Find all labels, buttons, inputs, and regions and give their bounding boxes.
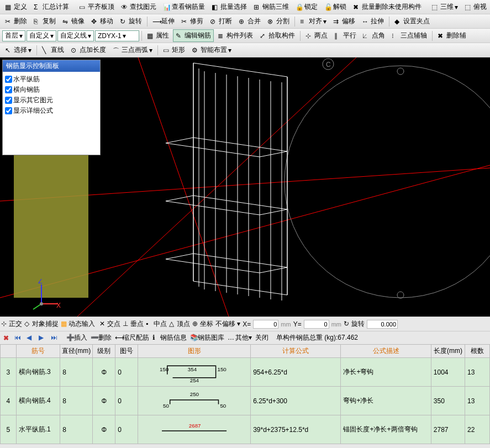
point-angle-button[interactable]: ⟀点角 bbox=[360, 29, 388, 42]
col-drawing[interactable]: 图号 bbox=[115, 345, 138, 358]
viewport-3d[interactable]: 钢筋显示控制面板 水平纵筋 横向钢筋 显示其它图元 显示详细公式 C bbox=[0, 57, 490, 317]
rotate-status-button[interactable]: ↻旋转 bbox=[344, 319, 365, 329]
parallel-button[interactable]: ∥平行 bbox=[331, 29, 359, 42]
col-count[interactable]: 根数 bbox=[465, 345, 490, 358]
x-label: X= bbox=[243, 320, 251, 328]
osnap-button[interactable]: ◇对象捕捉 bbox=[24, 319, 59, 329]
offset-button[interactable]: ⇉偏移 bbox=[330, 15, 358, 28]
merge-button[interactable]: ⊕合并 bbox=[236, 15, 264, 28]
close-table-button[interactable]: ✖ bbox=[3, 334, 11, 342]
set-grip-button[interactable]: ◆设置夹点 bbox=[392, 15, 433, 28]
three-point-arc-button[interactable]: ⌒三点画弧▾ bbox=[110, 44, 155, 56]
copy-button[interactable]: ⎘复制 bbox=[31, 15, 59, 28]
vertex-button[interactable]: △顶点 bbox=[169, 319, 190, 329]
rebar-3d-button[interactable]: ⊞钢筋三维 bbox=[251, 1, 292, 13]
mid-button[interactable]: ▪中点 bbox=[146, 319, 167, 329]
svg-text:2687: 2687 bbox=[189, 423, 201, 429]
code-select[interactable]: ZDYX-1 ▾ bbox=[95, 30, 139, 41]
y-label: Y= bbox=[293, 320, 302, 328]
insert-row-button[interactable]: ➕插入 bbox=[66, 333, 87, 342]
point-length-button[interactable]: ⊙点加长度 bbox=[68, 44, 109, 56]
rebar-info-button[interactable]: ℹ钢筋信息 bbox=[152, 333, 187, 342]
svg-text:X: X bbox=[56, 302, 61, 309]
edit-rebar-button[interactable]: ✎编辑钢筋 bbox=[173, 29, 214, 42]
align-button[interactable]: ≡对齐▾ bbox=[297, 15, 329, 28]
col-rebar-id[interactable]: 筋号 bbox=[16, 345, 60, 358]
rotate-button[interactable]: ↻旋转 bbox=[117, 15, 145, 28]
pick-component-button[interactable]: ⤢拾取构件 bbox=[257, 29, 298, 42]
delete-row-button[interactable]: ➖删除 bbox=[91, 333, 112, 342]
view-rebar-button[interactable]: 📊查看钢筋量 bbox=[160, 1, 208, 13]
smart-layout-button[interactable]: ⚙智能布置▾ bbox=[189, 44, 234, 56]
custom-select[interactable]: 自定义 ▾ bbox=[27, 30, 56, 41]
first-record-button[interactable]: ⏮ bbox=[14, 334, 23, 342]
split-button[interactable]: ⊗分割 bbox=[265, 15, 292, 28]
summary-calc-button[interactable]: Σ汇总计算 bbox=[31, 1, 72, 13]
rect-button[interactable]: ▭矩形 bbox=[160, 44, 188, 56]
batch-delete-button[interactable]: ✖批量删除未使用构件 bbox=[350, 1, 424, 13]
svg-text:C: C bbox=[326, 61, 331, 68]
view-3d-button[interactable]: ⬚三维▾ bbox=[429, 1, 461, 13]
lock-button[interactable]: 🔒锁定 bbox=[293, 1, 320, 13]
x-input[interactable] bbox=[253, 320, 278, 329]
properties-button[interactable]: ▦属性 bbox=[144, 29, 172, 42]
select-button[interactable]: ↖选择▾ bbox=[2, 44, 34, 56]
line-button[interactable]: ╲直线 bbox=[39, 44, 67, 56]
other-button[interactable]: …其他▾ bbox=[228, 333, 252, 342]
table-row[interactable]: 4 横向钢筋.4 8 Φ 0 250 50 50 6.25*d+300 弯钩+净… bbox=[1, 387, 490, 415]
col-formula[interactable]: 计算公式 bbox=[251, 345, 341, 358]
rotate-input[interactable] bbox=[367, 320, 398, 329]
col-formula-desc[interactable]: 公式描述 bbox=[341, 345, 431, 358]
table-row[interactable]: 5 水平纵筋.1 8 Φ 0 2687 39*d+2375+12.5*d 锚固长… bbox=[1, 415, 490, 444]
top-view-button[interactable]: ⬚俯视 bbox=[462, 1, 489, 13]
last-record-button[interactable]: ⏭ bbox=[51, 334, 60, 342]
y-input[interactable] bbox=[304, 320, 329, 329]
coord-button[interactable]: ⊕坐标 bbox=[192, 319, 213, 329]
component-list-button[interactable]: ≣构件列表 bbox=[215, 29, 256, 42]
delete-aux-button[interactable]: ✖删除辅 bbox=[435, 29, 469, 42]
floor-select[interactable]: 首层 ▾ bbox=[2, 30, 25, 41]
panel-item-2[interactable]: 显示其它图元 bbox=[5, 95, 98, 106]
two-point-button[interactable]: ⊹两点 bbox=[303, 29, 330, 42]
panel-item-1[interactable]: 横向钢筋 bbox=[5, 85, 98, 95]
rebar-library-button[interactable]: 📚钢筋图库 bbox=[190, 333, 224, 342]
panel-item-0[interactable]: 水平纵筋 bbox=[5, 74, 98, 85]
define-button[interactable]: ▦定义 bbox=[2, 1, 30, 13]
offset-mode-select[interactable]: 不偏移 ▾ bbox=[215, 319, 240, 329]
svg-point-6 bbox=[284, 66, 490, 298]
unlock-button[interactable]: 🔓解锁 bbox=[322, 1, 349, 13]
next-record-button[interactable]: ▶ bbox=[39, 334, 48, 342]
stretch-button[interactable]: ↔拉伸 bbox=[359, 15, 387, 28]
intersection-button[interactable]: ✕交点 bbox=[99, 319, 120, 329]
trim-button[interactable]: ✂修剪 bbox=[178, 15, 206, 28]
col-num[interactable] bbox=[1, 345, 17, 358]
prev-record-button[interactable]: ◀ bbox=[27, 334, 35, 342]
find-element-button[interactable]: 👁查找图元 bbox=[118, 1, 159, 13]
svg-text:250: 250 bbox=[190, 391, 199, 397]
extend-button[interactable]: ⟶延伸 bbox=[150, 15, 177, 28]
col-length[interactable]: 长度(mm) bbox=[431, 345, 465, 358]
custom-line-select[interactable]: 自定义线 ▾ bbox=[57, 30, 94, 41]
panel-item-3[interactable]: 显示详细公式 bbox=[5, 106, 98, 116]
unlock-icon: 🔓 bbox=[324, 3, 332, 11]
record-toolbar: ✖ ⏮ ◀ ▶ ⏭ ➕插入 ➖删除 ⟷缩尺配筋 ℹ钢筋信息 📚钢筋图库 …其他▾… bbox=[0, 331, 490, 344]
perp-button[interactable]: ⊥垂点 bbox=[123, 319, 144, 329]
batch-select-button[interactable]: ◧批量选择 bbox=[209, 1, 250, 13]
scale-rebar-button[interactable]: ⟷缩尺配筋 bbox=[115, 333, 149, 342]
balance-board-button[interactable]: ▭平齐板顶 bbox=[76, 1, 117, 13]
svg-text:Z: Z bbox=[38, 279, 42, 285]
move-button[interactable]: ✥移动 bbox=[88, 15, 116, 28]
svg-text:254: 254 bbox=[190, 377, 199, 383]
col-grade[interactable]: 级别 bbox=[93, 345, 115, 358]
dyn-input-button[interactable]: ▦动态输入 bbox=[61, 319, 95, 329]
three-point-aux-button[interactable]: ⁝三点辅轴 bbox=[389, 29, 430, 42]
col-diameter[interactable]: 直径(mm) bbox=[60, 345, 93, 358]
mirror-button[interactable]: ⇋镜像 bbox=[60, 15, 87, 28]
svg-text:50: 50 bbox=[163, 403, 169, 409]
table-row[interactable]: 3 横向钢筋.3 8 Φ 0 354 254 150 150 954+6.25*… bbox=[1, 358, 490, 387]
close-button[interactable]: 关闭 bbox=[255, 333, 268, 342]
ortho-button[interactable]: ⊹正交 bbox=[1, 319, 22, 329]
col-shape[interactable]: 图形 bbox=[138, 345, 251, 358]
delete-button[interactable]: ✂删除 bbox=[2, 15, 30, 28]
break-button[interactable]: ⊘打断 bbox=[207, 15, 235, 28]
